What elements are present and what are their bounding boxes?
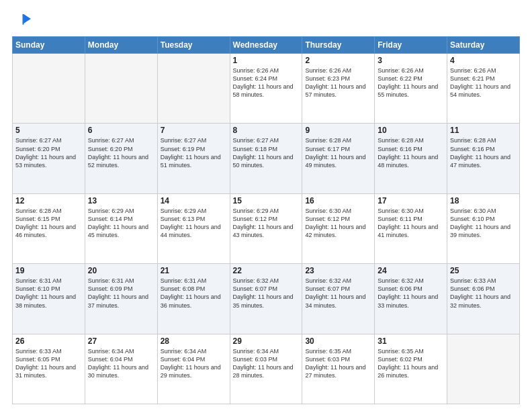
day-info: Sunrise: 6:34 AMSunset: 6:04 PMDaylight:…: [161, 347, 227, 380]
calendar-day-20: 20Sunrise: 6:31 AMSunset: 6:09 PMDayligh…: [85, 264, 157, 334]
calendar-day-14: 14Sunrise: 6:29 AMSunset: 6:13 PMDayligh…: [157, 193, 230, 263]
calendar-day-16: 16Sunrise: 6:30 AMSunset: 6:12 PMDayligh…: [302, 193, 375, 263]
calendar-day-empty: [157, 54, 230, 124]
calendar-day-2: 2Sunrise: 6:26 AMSunset: 6:23 PMDaylight…: [302, 54, 375, 124]
svg-rect-0: [12, 12, 31, 31]
calendar-week-5: 26Sunrise: 6:33 AMSunset: 6:05 PMDayligh…: [13, 334, 520, 404]
day-number: 29: [233, 336, 300, 346]
day-info: Sunrise: 6:34 AMSunset: 6:03 PMDaylight:…: [233, 347, 300, 380]
calendar-day-6: 6Sunrise: 6:27 AMSunset: 6:20 PMDaylight…: [85, 124, 157, 193]
day-number: 4: [450, 56, 517, 65]
day-info: Sunrise: 6:32 AMSunset: 6:07 PMDaylight:…: [233, 277, 300, 310]
calendar-day-28: 28Sunrise: 6:34 AMSunset: 6:04 PMDayligh…: [157, 334, 230, 404]
calendar-day-25: 25Sunrise: 6:33 AMSunset: 6:06 PMDayligh…: [447, 264, 520, 334]
calendar-day-30: 30Sunrise: 6:35 AMSunset: 6:03 PMDayligh…: [302, 334, 375, 404]
day-number: 10: [378, 126, 444, 135]
day-info: Sunrise: 6:35 AMSunset: 6:03 PMDaylight:…: [305, 347, 371, 380]
weekday-header-wednesday: Wednesday: [230, 37, 302, 54]
day-info: Sunrise: 6:29 AMSunset: 6:14 PMDaylight:…: [88, 207, 154, 240]
day-number: 21: [161, 266, 227, 275]
calendar-day-8: 8Sunrise: 6:27 AMSunset: 6:18 PMDaylight…: [230, 124, 302, 193]
weekday-header-row: SundayMondayTuesdayWednesdayThursdayFrid…: [13, 37, 520, 54]
calendar-day-9: 9Sunrise: 6:28 AMSunset: 6:17 PMDaylight…: [302, 124, 375, 193]
day-number: 18: [450, 196, 517, 205]
day-info: Sunrise: 6:28 AMSunset: 6:15 PMDaylight:…: [15, 207, 82, 240]
day-number: 31: [378, 336, 444, 346]
day-number: 26: [15, 336, 82, 346]
calendar-day-5: 5Sunrise: 6:27 AMSunset: 6:20 PMDaylight…: [13, 124, 85, 193]
weekday-header-sunday: Sunday: [13, 37, 85, 54]
day-number: 17: [378, 196, 444, 205]
calendar-day-15: 15Sunrise: 6:29 AMSunset: 6:12 PMDayligh…: [230, 193, 302, 263]
day-number: 22: [233, 266, 300, 275]
calendar-day-24: 24Sunrise: 6:32 AMSunset: 6:06 PMDayligh…: [375, 264, 447, 334]
day-number: 19: [15, 266, 82, 275]
calendar-day-18: 18Sunrise: 6:30 AMSunset: 6:10 PMDayligh…: [447, 193, 520, 263]
weekday-header-tuesday: Tuesday: [157, 37, 230, 54]
calendar-day-1: 1Sunrise: 6:26 AMSunset: 6:24 PMDaylight…: [230, 54, 302, 124]
logo: [12, 12, 34, 31]
day-info: Sunrise: 6:27 AMSunset: 6:18 PMDaylight:…: [233, 136, 300, 169]
day-info: Sunrise: 6:30 AMSunset: 6:11 PMDaylight:…: [378, 207, 444, 240]
day-number: 12: [15, 196, 82, 205]
calendar-day-19: 19Sunrise: 6:31 AMSunset: 6:10 PMDayligh…: [13, 264, 85, 334]
day-number: 27: [88, 336, 154, 346]
day-info: Sunrise: 6:34 AMSunset: 6:04 PMDaylight:…: [88, 347, 154, 380]
day-number: 2: [305, 56, 371, 65]
calendar-day-4: 4Sunrise: 6:26 AMSunset: 6:21 PMDaylight…: [447, 54, 520, 124]
calendar-day-31: 31Sunrise: 6:35 AMSunset: 6:02 PMDayligh…: [375, 334, 447, 404]
header: [12, 12, 520, 31]
svg-rect-2: [23, 14, 24, 25]
day-info: Sunrise: 6:26 AMSunset: 6:22 PMDaylight:…: [378, 66, 444, 99]
day-info: Sunrise: 6:27 AMSunset: 6:20 PMDaylight:…: [88, 136, 154, 169]
calendar-day-26: 26Sunrise: 6:33 AMSunset: 6:05 PMDayligh…: [13, 334, 85, 404]
weekday-header-monday: Monday: [85, 37, 157, 54]
day-info: Sunrise: 6:30 AMSunset: 6:10 PMDaylight:…: [450, 207, 517, 240]
day-info: Sunrise: 6:28 AMSunset: 6:16 PMDaylight:…: [378, 136, 444, 169]
calendar-week-1: 1Sunrise: 6:26 AMSunset: 6:24 PMDaylight…: [13, 54, 520, 124]
calendar-day-21: 21Sunrise: 6:31 AMSunset: 6:08 PMDayligh…: [157, 264, 230, 334]
day-number: 28: [161, 336, 227, 346]
day-number: 1: [233, 56, 300, 65]
day-info: Sunrise: 6:27 AMSunset: 6:20 PMDaylight:…: [15, 136, 82, 169]
day-info: Sunrise: 6:31 AMSunset: 6:09 PMDaylight:…: [88, 277, 154, 310]
day-number: 6: [88, 126, 154, 135]
weekday-header-friday: Friday: [375, 37, 447, 54]
calendar-day-23: 23Sunrise: 6:32 AMSunset: 6:07 PMDayligh…: [302, 264, 375, 334]
day-info: Sunrise: 6:35 AMSunset: 6:02 PMDaylight:…: [378, 347, 444, 380]
calendar-day-27: 27Sunrise: 6:34 AMSunset: 6:04 PMDayligh…: [85, 334, 157, 404]
weekday-header-saturday: Saturday: [447, 37, 520, 54]
day-number: 3: [378, 56, 444, 65]
calendar-day-7: 7Sunrise: 6:27 AMSunset: 6:19 PMDaylight…: [157, 124, 230, 193]
day-number: 5: [15, 126, 82, 135]
day-info: Sunrise: 6:30 AMSunset: 6:12 PMDaylight:…: [305, 207, 371, 240]
day-number: 30: [305, 336, 371, 346]
day-info: Sunrise: 6:32 AMSunset: 6:06 PMDaylight:…: [378, 277, 444, 310]
day-number: 11: [450, 126, 517, 135]
day-number: 16: [305, 196, 371, 205]
day-number: 15: [233, 196, 300, 205]
calendar-day-17: 17Sunrise: 6:30 AMSunset: 6:11 PMDayligh…: [375, 193, 447, 263]
day-number: 25: [450, 266, 517, 275]
day-info: Sunrise: 6:33 AMSunset: 6:05 PMDaylight:…: [15, 347, 82, 380]
day-number: 24: [378, 266, 444, 275]
day-number: 23: [305, 266, 371, 275]
day-number: 13: [88, 196, 154, 205]
generalblue-logo-icon: [12, 12, 31, 31]
day-info: Sunrise: 6:26 AMSunset: 6:24 PMDaylight:…: [233, 66, 300, 99]
calendar-day-22: 22Sunrise: 6:32 AMSunset: 6:07 PMDayligh…: [230, 264, 302, 334]
day-info: Sunrise: 6:27 AMSunset: 6:19 PMDaylight:…: [161, 136, 227, 169]
day-number: 7: [161, 126, 227, 135]
day-number: 14: [161, 196, 227, 205]
day-info: Sunrise: 6:31 AMSunset: 6:10 PMDaylight:…: [15, 277, 82, 310]
calendar-day-10: 10Sunrise: 6:28 AMSunset: 6:16 PMDayligh…: [375, 124, 447, 193]
calendar-table: SundayMondayTuesdayWednesdayThursdayFrid…: [12, 36, 520, 404]
day-info: Sunrise: 6:28 AMSunset: 6:16 PMDaylight:…: [450, 136, 517, 169]
calendar-day-empty: [13, 54, 85, 124]
day-number: 9: [305, 126, 371, 135]
day-number: 20: [88, 266, 154, 275]
calendar-day-29: 29Sunrise: 6:34 AMSunset: 6:03 PMDayligh…: [230, 334, 302, 404]
day-info: Sunrise: 6:33 AMSunset: 6:06 PMDaylight:…: [450, 277, 517, 310]
calendar-day-13: 13Sunrise: 6:29 AMSunset: 6:14 PMDayligh…: [85, 193, 157, 263]
calendar-week-3: 12Sunrise: 6:28 AMSunset: 6:15 PMDayligh…: [13, 193, 520, 263]
